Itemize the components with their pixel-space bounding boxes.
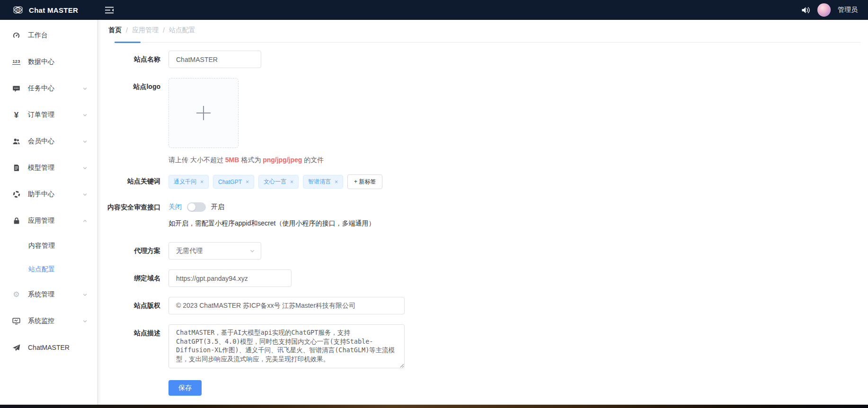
logo-upload-hint: 请上传 大小不超过 5MB 格式为 png/jpg/jpeg 的文件 bbox=[168, 156, 324, 165]
site-name-row: 站点名称 bbox=[97, 51, 868, 68]
brand[interactable]: AI Chat MASTER bbox=[12, 4, 97, 16]
site-logo-row: 站点logo 请上传 大小不超过 5MB 格式为 png/jpg/jpeg 的文… bbox=[97, 78, 868, 165]
copyright-label: 站点版权 bbox=[97, 297, 168, 314]
brand-title: Chat MASTER bbox=[29, 6, 78, 14]
sidebar-item-label: 工作台 bbox=[28, 31, 88, 40]
chevron-down-icon bbox=[82, 292, 88, 297]
toggle-off-label[interactable]: 关闭 bbox=[168, 203, 182, 211]
app-logo-icon: AI bbox=[12, 4, 24, 16]
sidebar-item-label: 订单管理 bbox=[28, 111, 82, 119]
plus-icon bbox=[196, 106, 211, 120]
lock-icon bbox=[12, 217, 21, 225]
description-textarea[interactable]: ChatMASTER，基于AI大模型api实现的ChatGPT服务，支持Chat… bbox=[168, 324, 405, 368]
breadcrumb: 首页 / 应用管理 / 站点配置 bbox=[97, 20, 868, 40]
content-audit-row: 内容安全审查接口 关闭 开启 bbox=[97, 201, 868, 213]
content-audit-toggle[interactable] bbox=[187, 202, 206, 212]
sidebar-item-workbench[interactable]: 工作台 bbox=[0, 22, 97, 49]
site-name-input[interactable] bbox=[168, 51, 261, 68]
logo-ai-text: AI bbox=[17, 9, 19, 11]
remove-tag-icon[interactable]: × bbox=[246, 179, 249, 185]
top-navbar: AI Chat MASTER 管理员 bbox=[0, 0, 868, 20]
bottom-edge-strip bbox=[0, 405, 868, 408]
sidebar-item-system-monitor[interactable]: 系统监控 bbox=[0, 308, 97, 334]
sidebar-item-label: 助手中心 bbox=[28, 190, 82, 199]
site-keywords-label: 站点关键词 bbox=[97, 174, 168, 189]
sidebar-subitem-label: 内容管理 bbox=[28, 242, 55, 250]
sidebar-item-chatmaster[interactable]: ChatMASTER bbox=[0, 334, 97, 361]
sidebar-item-app-management[interactable]: 应用管理 bbox=[0, 208, 97, 234]
lifebuoy-icon bbox=[12, 191, 21, 198]
menu-fold-icon bbox=[105, 7, 114, 14]
keyword-tag-label: ChatGPT bbox=[218, 179, 242, 185]
breadcrumb-site-config[interactable]: 站点配置 bbox=[169, 26, 195, 35]
remove-tag-icon[interactable]: × bbox=[335, 179, 338, 185]
site-name-label: 站点名称 bbox=[97, 51, 168, 68]
paper-plane-icon bbox=[12, 344, 21, 352]
chevron-down-icon bbox=[82, 139, 88, 144]
site-config-form: 站点名称 站点logo 请上传 大小不超过 5MB 格式为 png/jpg/jp… bbox=[97, 43, 868, 396]
sidebar-item-task-center[interactable]: 任务中心 bbox=[0, 75, 97, 102]
sidebar-item-assistant-center[interactable]: 助手中心 bbox=[0, 181, 97, 208]
domain-input[interactable] bbox=[168, 269, 292, 287]
keyword-tag[interactable]: 通义千问 × bbox=[168, 175, 209, 189]
monitor-icon bbox=[12, 317, 21, 325]
keyword-tag[interactable]: 智谱清言 × bbox=[303, 175, 343, 189]
sidebar-item-label: 任务中心 bbox=[28, 84, 82, 93]
proxy-label: 代理方案 bbox=[97, 242, 168, 260]
user-avatar[interactable] bbox=[817, 3, 831, 17]
sidebar-subitem-content-management[interactable]: 内容管理 bbox=[0, 234, 97, 258]
sidebar-item-order-management[interactable]: ¥ 订单管理 bbox=[0, 102, 97, 128]
save-row: 保存 bbox=[97, 380, 868, 396]
content-audit-label: 内容安全审查接口 bbox=[97, 201, 168, 213]
chevron-down-icon bbox=[249, 248, 255, 254]
active-tab-underline[interactable] bbox=[115, 42, 141, 43]
copyright-input[interactable] bbox=[168, 297, 405, 314]
description-row: 站点描述 ChatMASTER，基于AI大模型api实现的ChatGPT服务，支… bbox=[97, 324, 868, 368]
remove-tag-icon[interactable]: × bbox=[290, 179, 293, 185]
users-icon bbox=[12, 138, 21, 146]
copyright-row: 站点版权 bbox=[97, 297, 868, 314]
gear-icon: ⚙ bbox=[12, 291, 21, 298]
proxy-select[interactable]: 无需代理 bbox=[168, 242, 261, 260]
proxy-row: 代理方案 无需代理 bbox=[97, 242, 868, 260]
breadcrumb-app-management[interactable]: 应用管理 bbox=[132, 26, 159, 35]
chevron-up-icon bbox=[82, 218, 88, 224]
sidebar-item-system-management[interactable]: ⚙ 系统管理 bbox=[0, 281, 97, 308]
proxy-selected-value: 无需代理 bbox=[176, 247, 249, 255]
site-keywords-row: 站点关键词 通义千问 × ChatGPT × 文心一言 × bbox=[97, 174, 868, 189]
chevron-down-icon bbox=[82, 86, 88, 91]
toggle-on-label[interactable]: 开启 bbox=[211, 203, 224, 211]
sidebar-item-label: 会员中心 bbox=[28, 137, 82, 146]
tab-bar bbox=[115, 40, 860, 43]
domain-row: 绑定域名 bbox=[97, 269, 868, 287]
logo-upload-dropzone[interactable] bbox=[168, 78, 239, 148]
sidebar-item-label: 应用管理 bbox=[28, 217, 82, 225]
remove-tag-icon[interactable]: × bbox=[200, 179, 204, 185]
keyword-tag[interactable]: 文心一言 × bbox=[258, 175, 299, 189]
description-label: 站点描述 bbox=[97, 324, 168, 368]
sidebar-subitem-label: 站点配置 bbox=[28, 265, 55, 274]
domain-label: 绑定域名 bbox=[97, 269, 168, 287]
user-name[interactable]: 管理员 bbox=[838, 6, 858, 14]
keyword-tag[interactable]: ChatGPT × bbox=[213, 175, 254, 189]
keyword-tag-label: 智谱清言 bbox=[308, 178, 331, 186]
sidebar-item-member-center[interactable]: 会员中心 bbox=[0, 128, 97, 155]
sidebar-collapse-button[interactable] bbox=[105, 7, 114, 14]
notification-sound-icon[interactable] bbox=[801, 6, 810, 14]
sidebar-item-label: 系统监控 bbox=[28, 317, 82, 325]
breadcrumb-home[interactable]: 首页 bbox=[108, 26, 122, 35]
sidebar-item-data-center[interactable]: 123 数据中心 bbox=[0, 49, 97, 75]
add-tag-button[interactable]: + 新标签 bbox=[347, 174, 382, 189]
dashboard-icon bbox=[12, 32, 21, 40]
content-audit-note: 如开启，需配置小程序appid和secret（使用小程序的接口，多端通用） bbox=[168, 218, 375, 228]
chevron-down-icon bbox=[82, 113, 88, 118]
hint-max-size: 5MB bbox=[225, 156, 239, 164]
sidebar-item-model-management[interactable]: 模型管理 bbox=[0, 155, 97, 181]
yen-icon: ¥ bbox=[12, 111, 21, 119]
sidebar-item-label: ChatMASTER bbox=[28, 344, 88, 351]
chevron-down-icon bbox=[82, 319, 88, 324]
save-button[interactable]: 保存 bbox=[168, 380, 202, 396]
content-audit-note-row: 如开启，需配置小程序appid和secret（使用小程序的接口，多端通用） bbox=[97, 221, 868, 228]
sidebar-subitem-site-config[interactable]: 站点配置 bbox=[0, 258, 97, 281]
breadcrumb-separator: / bbox=[126, 26, 128, 34]
